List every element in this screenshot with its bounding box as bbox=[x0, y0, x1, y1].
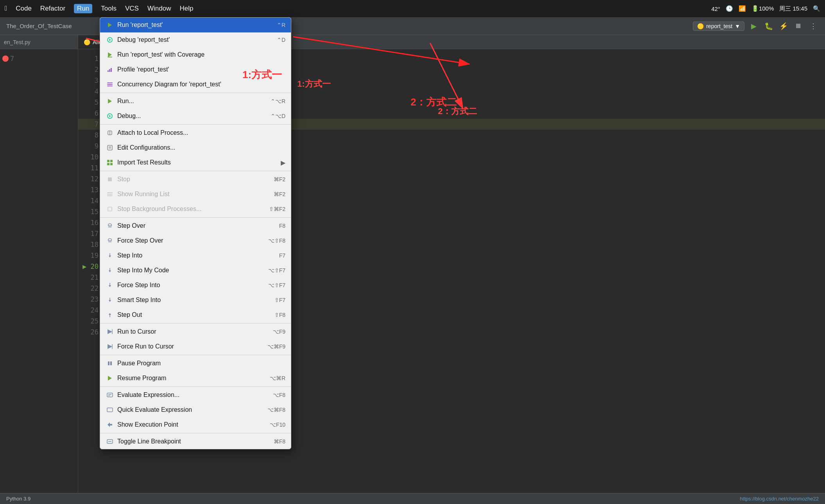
svg-rect-10 bbox=[109, 69, 110, 72]
menu-step-out-shortcut: ⇧F8 bbox=[274, 312, 285, 318]
separator-2 bbox=[100, 124, 291, 125]
menu-evaluate-label: Evaluate Expression... bbox=[117, 391, 265, 399]
menu-step-into-label: Step Into bbox=[117, 252, 271, 259]
temperature: 42° bbox=[711, 5, 720, 12]
evaluate-icon bbox=[106, 391, 114, 399]
coverage-button[interactable]: ⚡ bbox=[778, 21, 789, 32]
menu-edit-config[interactable]: Edit Configurations... bbox=[100, 140, 291, 155]
menubar-code[interactable]: Code bbox=[16, 5, 32, 13]
svg-rect-11 bbox=[111, 68, 112, 72]
menu-force-step-over[interactable]: Force Step Over ⌥⇧F8 bbox=[100, 233, 291, 248]
menu-run-coverage[interactable]: Run 'report_test' with Coverage bbox=[100, 47, 291, 62]
menu-force-run-cursor[interactable]: Force Run to Cursor ⌥⌘F9 bbox=[100, 339, 291, 354]
stop-button[interactable]: ⏹ bbox=[793, 21, 804, 32]
svg-rect-30 bbox=[107, 195, 113, 196]
run-cursor-icon bbox=[106, 327, 114, 336]
svg-rect-24 bbox=[110, 160, 113, 162]
svg-marker-39 bbox=[109, 285, 111, 287]
svg-rect-8 bbox=[108, 57, 112, 57]
svg-marker-4 bbox=[108, 23, 112, 27]
svg-rect-20 bbox=[108, 145, 112, 150]
menu-step-into[interactable]: Step Into F7 bbox=[100, 248, 291, 263]
svg-marker-37 bbox=[109, 270, 111, 272]
more-button[interactable]: ⋮ bbox=[808, 21, 819, 32]
menu-step-over[interactable]: Step Over F8 bbox=[100, 218, 291, 233]
blog-url: https://blog.csdn.net/chenmozhe22 bbox=[740, 496, 819, 502]
svg-rect-23 bbox=[107, 160, 109, 162]
menu-stop[interactable]: Stop ⌘F2 bbox=[100, 172, 291, 187]
day-time: 周三 15:45 bbox=[779, 5, 807, 13]
menu-force-step-over-shortcut: ⌥⇧F8 bbox=[268, 238, 285, 244]
menu-concurrency[interactable]: Concurrency Diagram for 'report_test' bbox=[100, 77, 291, 92]
menu-pause[interactable]: Pause Program bbox=[100, 356, 291, 371]
menu-show-exec-shortcut: ⌥F10 bbox=[270, 422, 285, 428]
menu-run-cursor-label: Run to Cursor bbox=[117, 328, 265, 335]
menu-force-step-into[interactable]: Force Step Into ⌥⇧F7 bbox=[100, 278, 291, 293]
menu-force-step-over-label: Force Step Over bbox=[117, 237, 260, 244]
step-out-icon bbox=[106, 311, 114, 319]
menu-run-coverage-label: Run 'report_test' with Coverage bbox=[117, 51, 285, 58]
menubar-run[interactable]: Run bbox=[74, 4, 92, 13]
menu-profile-label: Profile 'report_test' bbox=[117, 66, 285, 73]
run-dots-icon bbox=[106, 97, 114, 105]
svg-marker-46 bbox=[108, 344, 112, 349]
battery-icon: 🔋100% bbox=[751, 5, 774, 12]
menu-stop-bg[interactable]: Stop Background Processes... ⇧⌘F2 bbox=[100, 202, 291, 216]
submenu-arrow: ▶ bbox=[281, 159, 285, 166]
menubar-window[interactable]: Window bbox=[147, 5, 171, 13]
force-run-cursor-icon bbox=[106, 342, 114, 351]
svg-marker-55 bbox=[108, 422, 112, 427]
menu-evaluate[interactable]: Evaluate Expression... ⌥F8 bbox=[100, 388, 291, 402]
menubar-vcs[interactable]: VCS bbox=[125, 5, 139, 13]
menu-debug-label: Debug... bbox=[117, 113, 263, 120]
concurrency-icon bbox=[106, 80, 114, 89]
run-icon bbox=[106, 21, 114, 29]
menu-smart-step-into[interactable]: Smart Step Into ⇧F7 bbox=[100, 293, 291, 307]
menu-run-config[interactable]: Run 'report_test' ⌃R bbox=[100, 18, 291, 32]
menu-debug[interactable]: Debug... ⌃⌥D bbox=[100, 109, 291, 123]
menu-run-cursor[interactable]: Run to Cursor ⌥F9 bbox=[100, 324, 291, 339]
menubar-tools[interactable]: Tools bbox=[101, 5, 117, 13]
svg-rect-26 bbox=[110, 163, 113, 165]
menu-edit-config-label: Edit Configurations... bbox=[117, 144, 285, 151]
menu-step-into-my-code-shortcut: ⌥⇧F7 bbox=[268, 267, 285, 273]
menu-quick-evaluate[interactable]: Quick Evaluate Expression ⌥⌘F8 bbox=[100, 402, 291, 417]
resume-icon bbox=[106, 374, 114, 382]
menu-attach[interactable]: Attach to Local Process... bbox=[100, 125, 291, 140]
menu-profile[interactable]: Profile 'report_test' bbox=[100, 62, 291, 77]
menubar:  Code Refactor Run Tools VCS Window Hel… bbox=[0, 0, 825, 17]
run-dropdown-menu[interactable]: Run 'report_test' ⌃R Debug 'report_test'… bbox=[100, 17, 291, 449]
menu-run[interactable]: Run... ⌃⌥R bbox=[100, 94, 291, 109]
status-text: Python 3.9 bbox=[6, 496, 30, 502]
search-icon[interactable]: 🔍 bbox=[813, 5, 820, 12]
clock-icon: 🕒 bbox=[726, 5, 733, 12]
menu-toggle-bp-shortcut: ⌘F8 bbox=[274, 438, 285, 445]
menubar-help[interactable]: Help bbox=[179, 5, 193, 13]
menu-step-into-my-code[interactable]: Step Into My Code ⌥⇧F7 bbox=[100, 263, 291, 278]
menu-show-exec[interactable]: Show Execution Point ⌥F10 bbox=[100, 417, 291, 432]
menu-force-step-into-label: Force Step Into bbox=[117, 282, 260, 289]
menu-resume-label: Resume Program bbox=[117, 375, 262, 382]
menu-toggle-bp[interactable]: Toggle Line Breakpoint ⌘F8 bbox=[100, 434, 291, 449]
menubar-apple[interactable]:  bbox=[5, 5, 7, 13]
menu-show-running[interactable]: Show Running List ⌘F2 bbox=[100, 187, 291, 202]
menu-step-out[interactable]: Step Out ⇧F8 bbox=[100, 307, 291, 322]
menu-debug-config[interactable]: Debug 'report_test' ⌃D bbox=[100, 32, 291, 47]
status-bar: Python 3.9 https://blog.csdn.net/chenmoz… bbox=[0, 493, 825, 504]
menu-resume[interactable]: Resume Program ⌥⌘R bbox=[100, 371, 291, 386]
separator-1 bbox=[100, 93, 291, 93]
debug-button[interactable]: 🐛 bbox=[763, 21, 774, 32]
menubar-refactor[interactable]: Refactor bbox=[40, 5, 65, 13]
run-button[interactable]: ▶ bbox=[748, 21, 759, 32]
config-dropdown-icon: ▼ bbox=[735, 23, 740, 29]
config-selector[interactable]: 🟡 report_test ▼ bbox=[693, 21, 744, 31]
svg-rect-31 bbox=[108, 207, 112, 211]
pause-icon bbox=[106, 359, 114, 368]
step-over-icon bbox=[106, 222, 114, 230]
menu-show-exec-label: Show Execution Point bbox=[117, 421, 262, 428]
menu-smart-step-into-label: Smart Step Into bbox=[117, 297, 267, 304]
menu-import-results[interactable]: Import Test Results ▶ bbox=[100, 155, 291, 170]
svg-rect-29 bbox=[107, 194, 113, 195]
menu-run-config-label: Run 'report_test' bbox=[117, 21, 269, 29]
svg-rect-28 bbox=[107, 192, 113, 193]
